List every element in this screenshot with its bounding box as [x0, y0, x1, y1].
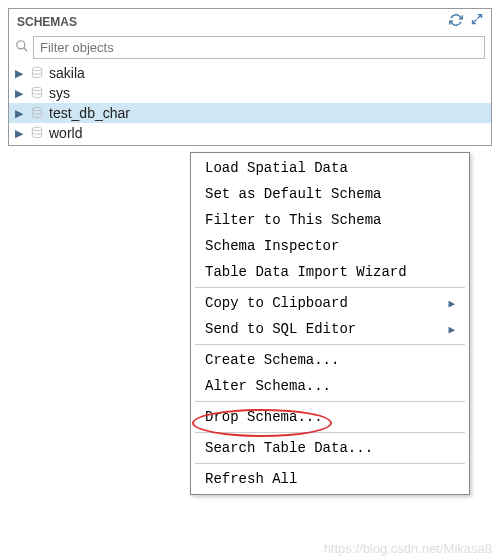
- menu-separator: [195, 463, 465, 464]
- refresh-icon[interactable]: [449, 13, 463, 30]
- svg-point-1: [32, 67, 41, 71]
- expand-arrow-icon[interactable]: ▶: [15, 127, 25, 140]
- schema-label: test_db_char: [49, 105, 130, 121]
- menu-drop-schema[interactable]: Drop Schema...: [191, 404, 469, 430]
- menu-label: Alter Schema...: [205, 378, 331, 394]
- schema-item-sakila[interactable]: ▶ sakila: [9, 63, 491, 83]
- menu-label: Copy to Clipboard: [205, 295, 348, 311]
- menu-label: Schema Inspector: [205, 238, 339, 254]
- context-menu: Load Spatial Data Set as Default Schema …: [190, 152, 470, 495]
- expand-icon[interactable]: [471, 13, 483, 30]
- database-icon: [29, 106, 45, 120]
- menu-separator: [195, 432, 465, 433]
- submenu-arrow-icon: ▶: [448, 297, 455, 310]
- svg-point-3: [32, 107, 41, 111]
- menu-label: Search Table Data...: [205, 440, 373, 456]
- menu-separator: [195, 287, 465, 288]
- expand-arrow-icon[interactable]: ▶: [15, 107, 25, 120]
- expand-arrow-icon[interactable]: ▶: [15, 67, 25, 80]
- schema-item-world[interactable]: ▶ world: [9, 123, 491, 143]
- svg-point-0: [17, 41, 25, 49]
- menu-search-table-data[interactable]: Search Table Data...: [191, 435, 469, 461]
- search-icon: [15, 39, 29, 56]
- panel-title: SCHEMAS: [17, 15, 77, 29]
- menu-label: Send to SQL Editor: [205, 321, 356, 337]
- schema-item-sys[interactable]: ▶ sys: [9, 83, 491, 103]
- menu-label: Filter to This Schema: [205, 212, 381, 228]
- database-icon: [29, 66, 45, 80]
- menu-separator: [195, 344, 465, 345]
- menu-label: Create Schema...: [205, 352, 339, 368]
- menu-copy-clipboard[interactable]: Copy to Clipboard▶: [191, 290, 469, 316]
- menu-table-import-wizard[interactable]: Table Data Import Wizard: [191, 259, 469, 285]
- schema-label: world: [49, 125, 82, 141]
- menu-label: Drop Schema...: [205, 409, 323, 425]
- menu-send-sql-editor[interactable]: Send to SQL Editor▶: [191, 316, 469, 342]
- menu-create-schema[interactable]: Create Schema...: [191, 347, 469, 373]
- schema-tree: ▶ sakila ▶ sys ▶ test_db_char ▶ world: [9, 61, 491, 145]
- header-toolbar: [449, 13, 483, 30]
- menu-separator: [195, 401, 465, 402]
- svg-point-4: [32, 127, 41, 131]
- panel-header: SCHEMAS: [9, 9, 491, 34]
- menu-alter-schema[interactable]: Alter Schema...: [191, 373, 469, 399]
- menu-label: Set as Default Schema: [205, 186, 381, 202]
- schema-label: sakila: [49, 65, 85, 81]
- svg-point-2: [32, 87, 41, 91]
- database-icon: [29, 126, 45, 140]
- filter-input[interactable]: [33, 36, 485, 59]
- menu-label: Table Data Import Wizard: [205, 264, 407, 280]
- schemas-panel: SCHEMAS ▶ sakila ▶ sys ▶ tes: [8, 8, 492, 146]
- watermark-text: https://blog.csdn.net/Mikasa8: [324, 541, 492, 556]
- schema-item-test-db-char[interactable]: ▶ test_db_char: [9, 103, 491, 123]
- schema-label: sys: [49, 85, 70, 101]
- database-icon: [29, 86, 45, 100]
- menu-load-spatial-data[interactable]: Load Spatial Data: [191, 155, 469, 181]
- submenu-arrow-icon: ▶: [448, 323, 455, 336]
- menu-refresh-all[interactable]: Refresh All: [191, 466, 469, 492]
- menu-label: Load Spatial Data: [205, 160, 348, 176]
- menu-filter-to-schema[interactable]: Filter to This Schema: [191, 207, 469, 233]
- expand-arrow-icon[interactable]: ▶: [15, 87, 25, 100]
- menu-schema-inspector[interactable]: Schema Inspector: [191, 233, 469, 259]
- menu-label: Refresh All: [205, 471, 297, 487]
- menu-set-default-schema[interactable]: Set as Default Schema: [191, 181, 469, 207]
- search-row: [9, 34, 491, 61]
